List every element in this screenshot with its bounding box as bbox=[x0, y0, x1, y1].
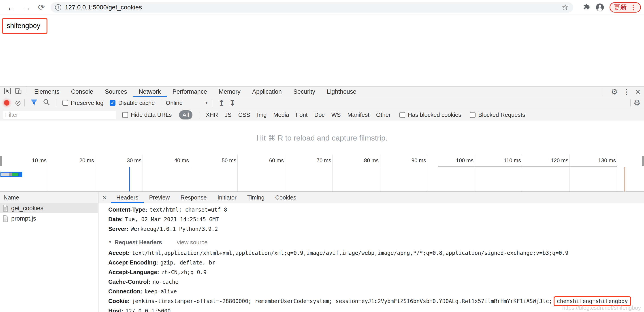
devtools-left-icons bbox=[4, 87, 22, 97]
filter-type-img[interactable]: Img bbox=[257, 111, 266, 118]
has-blocked-cookies-label: Has blocked cookies bbox=[408, 111, 461, 118]
headers-content[interactable]: Content-Type:text/html; charset=utf-8 Da… bbox=[98, 203, 644, 312]
filter-type-js[interactable]: JS bbox=[225, 111, 231, 118]
requests-column-header[interactable]: Name bbox=[0, 192, 98, 203]
tab-timing[interactable]: Timing bbox=[242, 192, 270, 203]
blocked-requests-checkbox[interactable]: Blocked Requests bbox=[470, 111, 525, 118]
inspect-element-icon[interactable] bbox=[4, 87, 11, 96]
tab-console[interactable]: Console bbox=[65, 87, 99, 97]
filter-type-doc[interactable]: Doc bbox=[314, 111, 324, 118]
page-text: shifengboy bbox=[7, 22, 40, 30]
tab-sources[interactable]: Sources bbox=[99, 87, 133, 97]
filter-type-css[interactable]: CSS bbox=[238, 111, 250, 118]
throttling-select[interactable]: Online ▼ bbox=[166, 99, 208, 106]
checkbox-unchecked[interactable] bbox=[122, 112, 128, 118]
tick-label: 100 ms bbox=[456, 157, 474, 164]
url-text[interactable]: 127.0.0.1:5000/get_cookies bbox=[65, 4, 142, 11]
filter-type-media[interactable]: Media bbox=[274, 111, 289, 118]
tab-memory[interactable]: Memory bbox=[213, 87, 246, 97]
browser-menu-icon[interactable]: ⋮ bbox=[630, 4, 636, 11]
request-waterfall-bar[interactable] bbox=[0, 172, 22, 177]
header-value: no-cache bbox=[152, 279, 178, 285]
tab-response[interactable]: Response bbox=[175, 192, 212, 203]
filter-type-all[interactable]: All bbox=[179, 110, 193, 119]
site-info-icon[interactable]: i bbox=[55, 4, 61, 11]
bookmark-star-icon[interactable]: ☆ bbox=[562, 3, 569, 12]
throttling-value: Online bbox=[166, 99, 182, 106]
address-bar[interactable]: i 127.0.0.1:5000/get_cookies ☆ bbox=[50, 2, 573, 13]
overview-left-handle[interactable] bbox=[0, 156, 2, 166]
tab-network[interactable]: Network bbox=[133, 87, 167, 97]
checkbox-unchecked[interactable] bbox=[400, 112, 405, 118]
back-icon[interactable]: ← bbox=[7, 3, 16, 12]
devtools-more-icon[interactable]: ⋮ bbox=[623, 88, 630, 96]
view-source-link[interactable]: view source bbox=[177, 238, 208, 247]
filter-input[interactable] bbox=[2, 111, 116, 119]
import-har-icon[interactable]: ↥ bbox=[218, 98, 225, 107]
clear-icon[interactable]: ⊘ bbox=[15, 99, 21, 107]
request-headers-section[interactable]: ▼ Request Headers view source bbox=[108, 238, 644, 247]
header-value: gzip, deflate, br bbox=[160, 260, 215, 266]
response-header-row: Server:Werkzeug/1.0.1 Python/3.9.2 bbox=[108, 224, 644, 234]
tab-elements[interactable]: Elements bbox=[28, 87, 65, 97]
filter-type-xhr[interactable]: XHR bbox=[206, 111, 218, 118]
tab-preview[interactable]: Preview bbox=[144, 192, 175, 203]
network-overview-timeline[interactable]: 10 ms 20 ms 30 ms 40 ms 50 ms 60 ms 70 m… bbox=[0, 155, 644, 192]
collapse-triangle-icon[interactable]: ▼ bbox=[108, 238, 112, 247]
reload-icon[interactable]: ⟳ bbox=[38, 3, 45, 12]
requests-panel: Name get_cookies bbox=[0, 192, 98, 312]
filter-type-font[interactable]: Font bbox=[296, 111, 308, 118]
tab-performance[interactable]: Performance bbox=[167, 87, 213, 97]
tab-lighthouse[interactable]: Lighthouse bbox=[321, 87, 362, 97]
has-blocked-cookies-checkbox[interactable]: Has blocked cookies bbox=[400, 111, 461, 118]
hide-data-urls-checkbox[interactable]: Hide data URLs bbox=[122, 111, 172, 118]
devtools-settings-icon[interactable]: ⚙ bbox=[611, 87, 618, 96]
disable-cache-label: Disable cache bbox=[118, 99, 154, 106]
header-value: 127.0.0.1:5000 bbox=[125, 308, 170, 312]
export-har-icon[interactable]: ↧ bbox=[229, 98, 236, 107]
separator bbox=[25, 87, 25, 94]
filter-type-manifest[interactable]: Manifest bbox=[348, 111, 370, 118]
extensions-puzzle-icon[interactable] bbox=[582, 3, 590, 12]
tab-cookies[interactable]: Cookies bbox=[270, 192, 302, 203]
device-toolbar-icon[interactable] bbox=[15, 87, 22, 96]
overview-right-handle[interactable] bbox=[642, 156, 644, 166]
update-button[interactable]: 更新 ⋮ bbox=[610, 2, 641, 13]
preserve-log-checkbox[interactable]: Preserve log bbox=[62, 99, 104, 106]
tab-security[interactable]: Security bbox=[288, 87, 321, 97]
separator bbox=[630, 99, 630, 106]
network-detail-area: Name get_cookies bbox=[0, 192, 644, 312]
gridline: 10 ms bbox=[48, 155, 48, 191]
header-name: Connection: bbox=[108, 288, 142, 295]
close-detail-icon[interactable]: × bbox=[98, 192, 111, 203]
header-value: keep-alive bbox=[144, 288, 177, 295]
update-label: 更新 bbox=[614, 3, 627, 12]
filter-type-ws[interactable]: WS bbox=[332, 111, 341, 118]
request-row-prompt-js[interactable]: prompt.js bbox=[0, 213, 98, 224]
request-header-row: Cache-Control:no-cache bbox=[108, 277, 644, 287]
filter-funnel-icon[interactable] bbox=[30, 99, 38, 107]
request-row-get-cookies[interactable]: get_cookies bbox=[0, 203, 98, 213]
checkbox-checked[interactable]: ✓ bbox=[110, 100, 116, 106]
header-value: text/html,application/xhtml+xml,applicat… bbox=[132, 250, 568, 256]
request-header-row: Accept-Encoding:gzip, deflate, br bbox=[108, 258, 644, 267]
gridline: 60 ms bbox=[285, 155, 285, 191]
request-name: prompt.js bbox=[11, 215, 36, 222]
tab-application[interactable]: Application bbox=[246, 87, 288, 97]
devtools-close-icon[interactable]: × bbox=[635, 87, 640, 96]
gridline: 90 ms bbox=[427, 155, 428, 191]
gridline: 120 ms bbox=[570, 155, 570, 191]
tab-headers[interactable]: Headers bbox=[111, 192, 144, 203]
network-toolbar: ⊘ Preserve log ✓ Disable cache Online ▼ bbox=[0, 97, 644, 109]
detail-tabbar: × Headers Preview Response Initiator Tim… bbox=[98, 192, 644, 203]
search-icon[interactable] bbox=[43, 99, 50, 107]
disable-cache-checkbox[interactable]: ✓ Disable cache bbox=[110, 99, 154, 106]
filter-type-other[interactable]: Other bbox=[376, 111, 391, 118]
checkbox-unchecked[interactable] bbox=[470, 112, 476, 118]
network-settings-icon[interactable]: ⚙ bbox=[634, 98, 640, 107]
profile-avatar-icon[interactable] bbox=[595, 3, 604, 12]
checkbox-unchecked[interactable] bbox=[62, 100, 68, 106]
header-value: text/html; charset=utf-8 bbox=[150, 207, 227, 213]
tab-initiator[interactable]: Initiator bbox=[212, 192, 242, 203]
record-button[interactable] bbox=[4, 100, 10, 106]
